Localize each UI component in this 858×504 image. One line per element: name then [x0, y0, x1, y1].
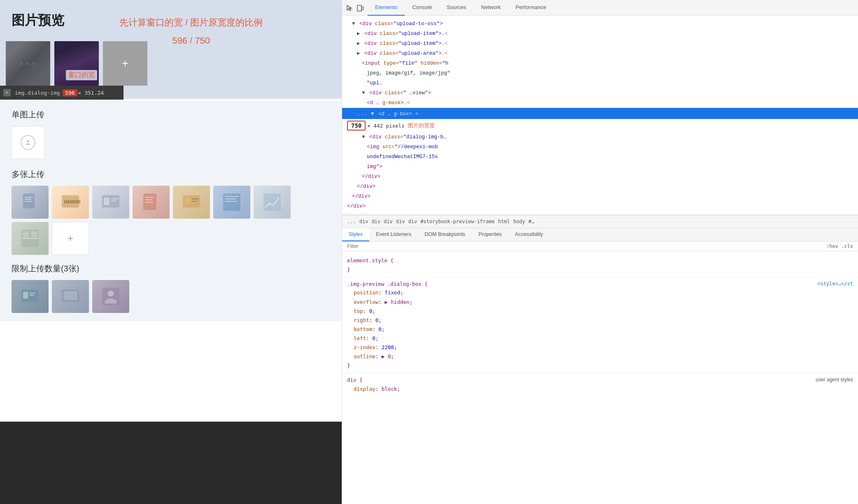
dom-line-16[interactable]: </div>	[342, 182, 858, 191]
breadcrumb-div1[interactable]: div	[359, 219, 368, 224]
tab-elements[interactable]: Elements	[368, 0, 405, 16]
svg-rect-9	[111, 198, 118, 199]
tab-properties[interactable]: Properties	[472, 228, 508, 241]
triangle-icon-3	[357, 41, 360, 47]
upload-thumb-1[interactable]	[12, 186, 49, 219]
close-button[interactable]: ×	[3, 89, 11, 96]
dom-line-2[interactable]: <div class="upload-item">…<	[342, 29, 858, 39]
dom-line-11[interactable]: <div class="dialog-img-b…	[342, 132, 858, 142]
upload-thumb-7[interactable]	[254, 186, 291, 219]
css-selector-1: element.style {	[347, 257, 394, 264]
license-icon	[181, 192, 202, 212]
limit-thumb-3[interactable]	[92, 280, 129, 313]
dom-line-6[interactable]: jpeg, image/gif, image/jpg"	[342, 68, 858, 78]
dom-line-7[interactable]: "upl…	[342, 78, 858, 88]
tab-accessibility[interactable]: Accessibility	[508, 228, 550, 241]
multi-add-button[interactable]: +	[52, 222, 89, 255]
css-panel: element.style { } .img-preview .dialog-b…	[342, 251, 858, 504]
breadcrumb-div2[interactable]: div	[371, 219, 380, 224]
tab-sources[interactable]: Sources	[439, 0, 474, 16]
css-prop-name-left: left	[354, 335, 366, 341]
upload-thumb-8[interactable]	[12, 222, 49, 255]
breadcrumb-hash[interactable]: #…	[529, 219, 534, 224]
css-prop-bottom: bottom: 0;	[347, 325, 853, 334]
dom-line-highlighted[interactable]: ... <d … g-box> =	[342, 108, 858, 119]
thumb-img-1	[6, 41, 50, 86]
css-rule-element-style: element.style { }	[342, 254, 858, 277]
dom-line-5[interactable]: <input type="file" hidden="h	[342, 58, 858, 68]
breadcrumb-bar: ... div div div div div #storybook-previ…	[342, 215, 858, 228]
tab-network[interactable]: Network	[474, 0, 508, 16]
triangle-icon-11	[362, 134, 365, 140]
preview-thumb-3[interactable]: +	[103, 41, 147, 86]
upload-thumb-3[interactable]	[92, 186, 129, 219]
limit-upload-area	[12, 280, 330, 313]
limit-thumb-1[interactable]	[12, 280, 49, 313]
breadcrumb-div5[interactable]: div	[408, 219, 417, 224]
upload-thumb-2[interactable]: HA0000	[52, 186, 89, 219]
breadcrumb-storybook[interactable]: #storybook-preview-iframe	[420, 219, 495, 224]
css-rule-footer-2: }	[347, 361, 853, 370]
limit-thumb-content-2	[52, 280, 89, 313]
dom-line-17[interactable]: </div>	[342, 191, 858, 201]
css-prop-name-top: top	[354, 308, 363, 314]
breadcrumb-body[interactable]: body	[513, 219, 525, 224]
tab-dom-breakpoints[interactable]: DOM Breakpoints	[418, 228, 472, 241]
tab-event-listeners[interactable]: Event Listeners	[369, 228, 418, 241]
css-prop-name-display: display	[354, 386, 375, 392]
tab-performance[interactable]: Performance	[508, 0, 553, 16]
dom-line-4[interactable]: <div class="upload-area">…<	[342, 49, 858, 58]
devtools-panel: Elements Console Sources Network Perform…	[342, 0, 858, 504]
device-icon[interactable]	[356, 4, 364, 12]
bottom-dark-area	[0, 422, 342, 504]
dom-line-8[interactable]: <div class=" …view">	[342, 88, 858, 98]
dom-line-1[interactable]: <div class="upload-to-oss">	[342, 19, 858, 29]
limit-thumb-2[interactable]	[52, 280, 89, 313]
svg-rect-27	[31, 231, 37, 237]
css-prop-right: right: 0;	[347, 316, 853, 325]
dom-line-18[interactable]: </div>	[342, 201, 858, 211]
upload-thumb-5[interactable]	[173, 186, 210, 219]
dom-line-12[interactable]: <img src="//deepexi-mob	[342, 142, 858, 152]
svg-rect-37	[362, 7, 364, 10]
svg-rect-20	[225, 196, 239, 197]
filter-input[interactable]	[347, 243, 823, 249]
svg-text:HA0000: HA0000	[64, 199, 81, 205]
tab-styles[interactable]: Styles	[342, 228, 369, 241]
upload-thumb-4[interactable]	[133, 186, 170, 219]
dom-line-13[interactable]: undefinedWechatIMG7-15s	[342, 152, 858, 162]
limit-thumb-content-3	[92, 280, 129, 313]
dom-line-9[interactable]: <d … g-mask>…<	[342, 98, 858, 108]
add-icon: +	[122, 57, 128, 70]
css-value-position: fixed	[385, 289, 400, 296]
breadcrumb-div4[interactable]: div	[396, 219, 405, 224]
svg-rect-26	[23, 231, 29, 237]
css-close-brace-1: }	[347, 266, 350, 273]
triangle-icon-10	[371, 111, 374, 117]
upload-circle-icon	[21, 135, 35, 150]
preview-thumb-1[interactable]	[6, 41, 50, 86]
ellipsis-text: ...	[357, 110, 371, 117]
breadcrumb-dots[interactable]: ...	[347, 219, 356, 224]
multi-upload-title: 多张上传	[12, 169, 330, 180]
breadcrumb-html[interactable]: html	[498, 219, 510, 224]
dom-line-15[interactable]: </div>	[342, 172, 858, 182]
multi-upload-area: HA0000	[12, 186, 330, 255]
css-source-3: user agent styles	[816, 376, 853, 384]
highlighted-row-container: ... <d … g-box> = 750 × 442 pixels 图片的宽度	[342, 108, 858, 132]
css-value-overflow: ▶ hidden	[385, 299, 409, 305]
limit-person-icon	[100, 286, 121, 307]
tab-console[interactable]: Console	[405, 0, 439, 16]
breadcrumb-div3[interactable]: div	[384, 219, 393, 224]
dom-line-3[interactable]: <div class="upload-item">…<	[342, 39, 858, 49]
inspect-icon[interactable]	[345, 4, 354, 12]
triangle-icon-4	[357, 51, 360, 56]
element-selector-bar: × img.dialog-img 596 × 351.24	[0, 86, 124, 100]
multi-upload-section: 多张上传	[12, 169, 330, 255]
upload-thumb-6[interactable]	[213, 186, 250, 219]
css-source-2[interactable]: <style>…</st	[817, 280, 853, 288]
svg-rect-17	[192, 198, 198, 199]
single-upload-box[interactable]	[12, 126, 44, 159]
thumb-content-1	[12, 186, 49, 219]
dom-line-14[interactable]: img">	[342, 162, 858, 172]
